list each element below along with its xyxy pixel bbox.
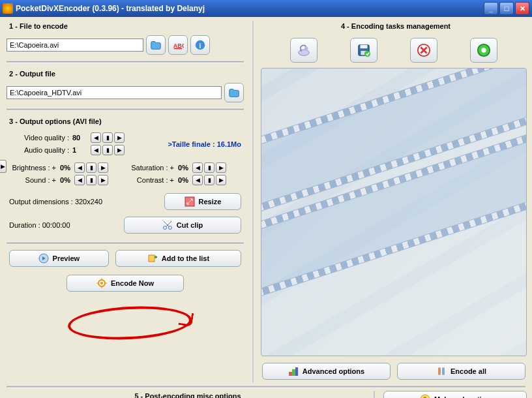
video-quality-label: Video quality : [9, 134, 71, 142]
video-quality-value: 80 [72, 134, 89, 142]
separator [7, 385, 525, 388]
saturation-dec[interactable]: ◀ [192, 162, 203, 173]
add-to-list-label: Add to the list [162, 254, 209, 262]
svg-rect-7 [149, 255, 155, 262]
sound-label: Sound : + [9, 176, 56, 184]
svg-point-22 [481, 48, 486, 52]
svg-point-19 [364, 51, 370, 57]
donate-button[interactable]: $ Make a donation [383, 391, 527, 398]
svg-point-1 [196, 40, 205, 50]
encode-all-button[interactable]: Encode all [397, 363, 525, 380]
advanced-options-button[interactable]: Advanced options [262, 363, 391, 380]
aq-dec-button[interactable]: ◀ [91, 145, 101, 155]
svg-rect-27 [442, 367, 445, 375]
separator [7, 60, 244, 63]
file-to-encode-input[interactable] [7, 38, 143, 52]
svg-rect-16 [359, 45, 370, 56]
section-5-title: 5 - Post-encoding misc options [9, 392, 366, 398]
browse-output-button[interactable] [224, 83, 244, 102]
task-preview-area [261, 68, 527, 356]
svg-rect-24 [292, 369, 295, 376]
output-file-input[interactable] [7, 86, 222, 99]
highlight-annotation [67, 303, 192, 343]
audio-quality-label: Audio quality : [9, 146, 71, 154]
svg-point-5 [168, 226, 171, 230]
close-button[interactable]: ✕ [515, 2, 529, 15]
sound-value: 0% [57, 176, 73, 184]
maximize-button[interactable]: □ [499, 2, 514, 15]
vq-reset-button[interactable]: ▮ [102, 132, 113, 143]
svg-text:ABC: ABC [173, 42, 184, 49]
svg-point-9 [100, 282, 103, 284]
svg-rect-23 [289, 372, 292, 376]
svg-rect-25 [295, 367, 298, 376]
sound-dec[interactable]: ◀ [74, 175, 85, 185]
sound-inc[interactable]: ▶ [98, 175, 108, 185]
encode-now-label: Encode Now [111, 279, 154, 287]
contrast-value: 0% [175, 176, 191, 184]
clear-tasks-button[interactable] [290, 38, 318, 63]
minimize-button[interactable]: _ [484, 2, 498, 15]
advanced-options-label: Advanced options [303, 367, 364, 375]
output-dims-label: Output dimensions : 320x240 [9, 198, 162, 206]
svg-rect-17 [361, 45, 368, 49]
save-tasks-button[interactable] [350, 38, 377, 63]
brightness-label: Brightness : + [9, 164, 56, 172]
vq-dec-button[interactable]: ◀ [91, 132, 101, 143]
svg-point-21 [478, 44, 490, 56]
brightness-dec[interactable]: ◀ [74, 162, 85, 173]
saturation-reset[interactable]: ▮ [204, 162, 214, 173]
saturation-value: 0% [175, 164, 191, 172]
audio-quality-value: 1 [72, 146, 89, 154]
duration-label: Duration : 00:00:00 [9, 221, 121, 229]
separator [7, 241, 244, 245]
sound-reset[interactable]: ▮ [86, 175, 96, 185]
expand-panel-button[interactable]: ▶ [0, 160, 7, 173]
separator [7, 108, 244, 111]
add-to-list-button[interactable]: Add to the list [115, 250, 241, 267]
svg-rect-18 [361, 51, 366, 55]
encode-now-button[interactable]: Encode Now [66, 275, 184, 292]
run-task-button[interactable] [470, 38, 497, 63]
section-3-title: 3 - Output options (AVI file) [9, 117, 245, 125]
resize-button[interactable]: Resize [164, 193, 241, 210]
aq-reset-button[interactable]: ▮ [102, 145, 113, 155]
saturation-label: Saturation : + [128, 164, 174, 172]
brightness-reset[interactable]: ▮ [86, 162, 96, 173]
section-2-title: 2 - Output file [9, 70, 245, 78]
svg-text:i: i [199, 42, 201, 50]
cut-clip-button[interactable]: Cut clip [124, 217, 241, 234]
svg-rect-26 [438, 367, 441, 375]
preview-label: Preview [53, 254, 80, 262]
svg-point-15 [304, 47, 308, 51]
svg-point-14 [299, 50, 310, 55]
vq-inc-button[interactable]: ▶ [114, 132, 125, 143]
preview-button[interactable]: Preview [9, 250, 109, 267]
vertical-separator [250, 21, 256, 382]
resize-label: Resize [199, 198, 222, 206]
browse-file-button[interactable] [146, 35, 166, 55]
delete-task-button[interactable] [410, 38, 437, 63]
svg-point-4 [163, 226, 166, 230]
titlebar: PocketDivXEncoder (0.3.96) - translated … [0, 0, 532, 17]
info-button[interactable]: i [190, 35, 210, 55]
contrast-reset[interactable]: ▮ [204, 175, 214, 185]
svg-point-20 [418, 44, 430, 56]
encode-all-label: Encode all [451, 367, 486, 375]
donate-label: Make a donation [434, 395, 490, 398]
final-size-label: >Taille finale : 16.1Mo [168, 140, 241, 148]
contrast-label: Contrast : + [128, 176, 174, 184]
section-1-title: 1 - File to encode [9, 22, 245, 30]
contrast-inc[interactable]: ▶ [216, 175, 226, 185]
brightness-value: 0% [57, 164, 73, 172]
window-title: PocketDivXEncoder (0.3.96) - translated … [16, 4, 205, 13]
section-4-title: 4 - Encoding tasks management [265, 22, 527, 30]
saturation-inc[interactable]: ▶ [216, 162, 226, 173]
cut-clip-label: Cut clip [177, 221, 203, 229]
brightness-inc[interactable]: ▶ [98, 162, 108, 173]
aq-inc-button[interactable]: ▶ [114, 145, 125, 155]
app-icon [3, 3, 13, 14]
subtitle-button[interactable]: ABC [168, 35, 188, 55]
contrast-dec[interactable]: ◀ [192, 175, 203, 185]
